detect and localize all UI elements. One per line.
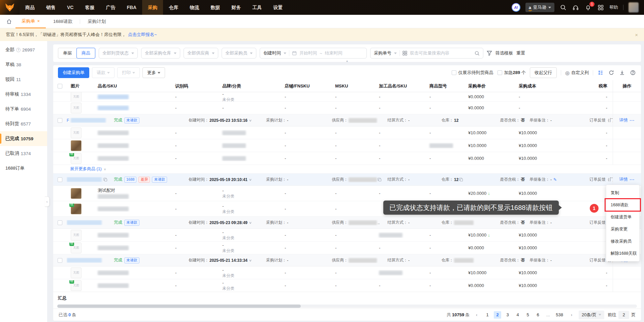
home-icon[interactable]	[4, 16, 14, 27]
select-all-checkbox[interactable]	[58, 84, 62, 88]
topnav-item-销售[interactable]: 销售	[40, 0, 61, 15]
sidebar-item-待到货[interactable]: 待到货6577	[0, 116, 47, 131]
topnav-item-工具[interactable]: 工具	[247, 0, 267, 15]
banner-close-icon[interactable]: ×	[635, 32, 638, 38]
horizontal-scrollbar[interactable]	[57, 305, 637, 308]
urgent-checkbox[interactable]: 加急289 个	[497, 70, 526, 76]
only-pending-checkbox[interactable]: 仅展示待到货商品	[452, 70, 493, 76]
filter-select-全部采购员[interactable]: 全部采购员	[222, 48, 256, 59]
tab-purchase-plan[interactable]: 采购计划	[82, 15, 112, 28]
page-size-select[interactable]: 20条/页	[579, 311, 604, 319]
date-start-placeholder[interactable]: 开始时间	[299, 50, 317, 56]
chevron-down-icon[interactable]: ∨	[249, 119, 252, 122]
banner-signup-link[interactable]: 点击立即报名~	[128, 32, 157, 38]
topnav-item-数据[interactable]: 数据	[205, 0, 226, 15]
copy-icon[interactable]	[459, 178, 463, 182]
expand-more-products-link[interactable]: 展开更多商品 (1) ∨	[70, 166, 106, 172]
menu-item-创建退货单[interactable]: 创建退货单	[606, 211, 639, 223]
topnav-item-客服[interactable]: 客服	[79, 0, 100, 15]
topnav-item-物流[interactable]: 物流	[184, 0, 205, 15]
filter-template-button[interactable]: 筛选模板	[495, 50, 513, 56]
sidebar-item-全部[interactable]: 全部?26997	[0, 42, 47, 57]
prev-page-button[interactable]: ‹	[473, 311, 480, 319]
tab-purchase-order[interactable]: 采购单 ×	[15, 15, 46, 28]
reset-filters-button[interactable]: 重置	[516, 50, 525, 56]
time-range-filter[interactable]: 创建时间 开始时间 ~ 结束时间	[260, 48, 367, 59]
checkbox[interactable]	[497, 70, 502, 75]
date-end-placeholder[interactable]: 结束时间	[325, 50, 343, 56]
page-button-5[interactable]: 5	[524, 311, 532, 319]
topnav-item-设置[interactable]: 设置	[267, 0, 288, 15]
menu-item-复制[interactable]: 复制	[606, 187, 639, 199]
checkbox[interactable]	[452, 70, 456, 75]
chevron-down-icon[interactable]: ∨	[249, 178, 252, 181]
topnav-item-财务[interactable]: 财务	[226, 0, 247, 15]
search-icon[interactable]	[559, 4, 567, 11]
sidebar-item-待下单[interactable]: 待下单6904	[0, 102, 47, 116]
refresh-icon[interactable]	[608, 69, 615, 76]
search-input[interactable]: 双击可批量搜索内容	[410, 50, 472, 56]
brand-fox-logo[interactable]	[0, 0, 20, 15]
page-button-4[interactable]: 4	[514, 311, 521, 319]
toggle-product[interactable]: 商品	[76, 48, 95, 59]
download-icon[interactable]	[619, 69, 625, 76]
page-button-2[interactable]: 2	[494, 311, 501, 319]
search-type-select[interactable]: 采购单号	[374, 50, 391, 56]
toggle-document[interactable]: 单据	[58, 48, 77, 59]
create-purchase-order-button[interactable]: 创建采购单	[58, 67, 89, 78]
chevron-down-icon[interactable]: ∨	[249, 221, 252, 224]
filter-select-全部供应商[interactable]: 全部供应商	[184, 48, 218, 59]
sidebar-item-待审核[interactable]: 待审核1334	[0, 87, 47, 102]
next-page-button[interactable]: ›	[568, 311, 575, 319]
filter-select-全部到货状态[interactable]: 全部到货状态	[99, 48, 138, 59]
sidebar-item-1688订单[interactable]: 1688订单	[0, 161, 47, 176]
row-checkbox[interactable]	[58, 258, 62, 263]
print-button[interactable]: 打印	[117, 67, 140, 78]
topnav-item-采购[interactable]: 采购	[142, 0, 163, 15]
notification-bell-icon[interactable]: 1	[584, 4, 592, 11]
topnav-item-广告[interactable]: 广告	[100, 0, 121, 15]
headset-icon[interactable]	[572, 4, 579, 11]
page-button-6[interactable]: 6	[534, 311, 542, 319]
sidebar-collapse-handle[interactable]: ‹	[45, 196, 50, 207]
copy-icon[interactable]	[378, 178, 382, 182]
sidebar-item-已取消[interactable]: 已取消1374	[0, 146, 47, 161]
more-actions-icon[interactable]: ···	[630, 118, 635, 123]
filter-select-全部采购仓库[interactable]: 全部采购仓库	[141, 48, 180, 59]
user-avatar[interactable]	[629, 2, 639, 12]
page-button-3[interactable]: 3	[504, 311, 511, 319]
close-tab-icon[interactable]: ×	[37, 19, 40, 24]
store-selector[interactable]: a 亚马逊	[525, 3, 554, 12]
topnav-item-商品[interactable]: 商品	[20, 0, 40, 15]
help-link[interactable]: 帮助	[609, 4, 618, 10]
more-actions-button[interactable]: 更多	[142, 67, 165, 78]
tab-1688-payment[interactable]: 1688请款	[47, 15, 78, 28]
copy-icon[interactable]	[103, 178, 107, 182]
row-checkbox[interactable]	[58, 220, 62, 225]
row-checkbox[interactable]	[58, 118, 62, 123]
scrollbar-thumb[interactable]	[57, 305, 301, 308]
goto-page-input[interactable]: 2	[618, 311, 629, 319]
request-payment-button[interactable]: 请款	[92, 67, 115, 78]
edit-note-icon[interactable]: ✎	[553, 177, 557, 182]
page-button-538[interactable]: 538	[554, 311, 565, 319]
sidebar-item-草稿[interactable]: 草稿38	[0, 57, 47, 72]
page-button-1[interactable]: 1	[484, 311, 491, 319]
collapse-parent-rows-button[interactable]: 收起父行	[530, 67, 557, 78]
more-actions-icon[interactable]: ···	[630, 177, 635, 182]
menu-item-解除1688关联[interactable]: 解除1688关联	[606, 247, 639, 259]
topnav-item-FBA[interactable]: FBA	[121, 0, 142, 15]
search-icon[interactable]	[475, 51, 480, 56]
sidebar-item-已完成[interactable]: 已完成10759	[0, 131, 47, 146]
detail-link[interactable]: 详情	[619, 177, 628, 182]
menu-item-1688请款[interactable]: 1688请款	[606, 199, 639, 211]
topnav-item-VC[interactable]: VC	[61, 0, 79, 15]
row-checkbox[interactable]	[58, 177, 62, 182]
chevron-down-icon[interactable]: ∨	[249, 259, 252, 262]
menu-item-修改采购员[interactable]: 修改采购员	[606, 235, 639, 247]
filter-funnel-icon[interactable]	[487, 50, 492, 56]
topnav-item-仓库[interactable]: 仓库	[163, 0, 184, 15]
help-circle-icon[interactable]	[630, 69, 636, 76]
sidebar-item-驳回[interactable]: 驳回11	[0, 72, 47, 87]
ai-assistant-button[interactable]: AI	[512, 3, 520, 12]
